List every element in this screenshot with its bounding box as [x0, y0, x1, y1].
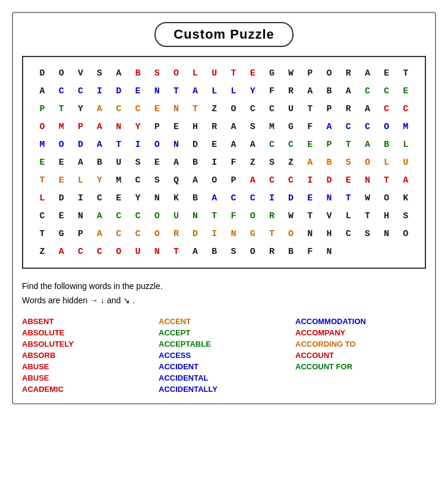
grid-cell: R: [282, 82, 301, 100]
word-list-item: ABSOLUTELY: [22, 339, 153, 349]
grid-cell: T: [396, 64, 415, 82]
grid-cell: L: [377, 153, 396, 171]
grid-cell: O: [243, 243, 262, 260]
grid-cell: A: [339, 82, 358, 100]
grid-cell: C: [243, 189, 262, 207]
grid-cell: P: [33, 100, 52, 118]
grid-cell: O: [52, 64, 71, 82]
grid-cell: L: [339, 207, 358, 225]
grid-cell: C: [358, 82, 377, 100]
grid-cell: L: [224, 82, 243, 100]
grid-cell: E: [52, 207, 71, 225]
grid-cell: Z: [33, 243, 52, 260]
word-list-item: ACCEPTABLE: [159, 339, 289, 349]
word-list-item: [295, 384, 426, 394]
grid-cell: C: [71, 82, 90, 100]
grid-cell: I: [205, 153, 224, 171]
title: Custom Puzzle: [154, 22, 293, 47]
grid-cell: E: [33, 153, 52, 171]
grid-cell: A: [224, 136, 243, 153]
grid-cell: C: [282, 136, 301, 153]
grid-cell: O: [224, 100, 243, 118]
grid-cell: N: [320, 189, 339, 207]
grid-cell: A: [90, 136, 109, 153]
title-container: Custom Puzzle: [22, 22, 426, 47]
word-list-item: ACADEMIC: [22, 384, 153, 394]
grid-cell: C: [33, 207, 52, 225]
grid-cell: D: [282, 189, 301, 207]
grid-cell: S: [224, 243, 243, 260]
grid-cell: S: [128, 153, 147, 171]
grid-cell: A: [205, 189, 224, 207]
grid-cell: C: [128, 225, 147, 243]
grid-cell: U: [109, 153, 128, 171]
grid-cell: S: [243, 118, 262, 136]
word-list-item: ACCENT: [159, 316, 289, 326]
grid-cell: A: [358, 64, 377, 82]
grid-cell: N: [71, 207, 90, 225]
grid-cell: B: [205, 243, 224, 260]
grid-cell: N: [358, 171, 377, 189]
grid-cell: O: [147, 207, 166, 225]
grid-cell: A: [358, 136, 377, 153]
grid-cell: A: [33, 82, 52, 100]
grid-cell: C: [282, 171, 301, 189]
grid-cell: U: [396, 153, 415, 171]
grid-cell: A: [109, 64, 128, 82]
grid-cell: T: [339, 136, 358, 153]
grid-cell: C: [128, 207, 147, 225]
grid-cell: H: [186, 118, 205, 136]
grid-cell: O: [205, 171, 224, 189]
grid-cell: O: [33, 118, 52, 136]
word-list-item: ACCIDENT: [159, 362, 289, 372]
grid-cell: Y: [128, 118, 147, 136]
grid-cell: S: [358, 225, 377, 243]
grid-cell: Z: [205, 100, 224, 118]
grid-cell: C: [377, 100, 396, 118]
outer-container: Custom Puzzle DOVSABSOLUTEGWPORAETACCIDE…: [12, 12, 436, 404]
grid-cell: P: [71, 225, 90, 243]
grid-cell: O: [377, 189, 396, 207]
grid-cell: Y: [243, 82, 262, 100]
grid-cell: R: [339, 100, 358, 118]
grid-cell: M: [262, 118, 281, 136]
grid-cell: L: [186, 64, 205, 82]
grid-cell: I: [90, 82, 109, 100]
grid-cell: T: [186, 100, 205, 118]
grid-cell: T: [377, 171, 396, 189]
instructions-line1: Find the following words in the puzzle.: [22, 279, 426, 294]
grid-cell: B: [377, 136, 396, 153]
grid-cell: M: [52, 118, 71, 136]
grid-cell: O: [243, 207, 262, 225]
grid-cell: A: [301, 82, 320, 100]
word-list-item: ABSENT: [22, 316, 153, 326]
grid-cell: D: [33, 64, 52, 82]
grid-cell: N: [147, 243, 166, 260]
grid-cell: C: [262, 171, 281, 189]
grid-cell: K: [166, 189, 185, 207]
grid-cell: T: [166, 243, 185, 260]
grid-cell: O: [358, 153, 377, 171]
word-list-item: ABSOLUTE: [22, 328, 153, 338]
grid-cell: N: [166, 100, 185, 118]
grid-cell: M: [33, 136, 52, 153]
grid-cell: G: [282, 118, 301, 136]
grid-cell: A: [52, 243, 71, 260]
word-list: ABSENTACCENTACCOMMODATIONABSOLUTEACCEPTA…: [22, 316, 426, 394]
grid-cell: Y: [71, 100, 90, 118]
grid-cell: A: [320, 118, 339, 136]
grid-cell: A: [90, 118, 109, 136]
grid-cell: T: [33, 171, 52, 189]
grid-cell: C: [339, 225, 358, 243]
grid-cell: F: [224, 207, 243, 225]
grid-cell: C: [377, 82, 396, 100]
word-list-item: ACCOUNT: [295, 350, 426, 360]
grid-cell: R: [205, 118, 224, 136]
grid-cell: I: [205, 225, 224, 243]
puzzle-grid: DOVSABSOLUTEGWPORAETACCIDENTALLYFRABACCE…: [33, 64, 415, 260]
word-list-item: ACCOMMODATION: [295, 316, 426, 326]
grid-cell: B: [282, 243, 301, 260]
grid-cell: C: [128, 171, 147, 189]
grid-cell: O: [147, 136, 166, 153]
grid-cell: A: [71, 153, 90, 171]
